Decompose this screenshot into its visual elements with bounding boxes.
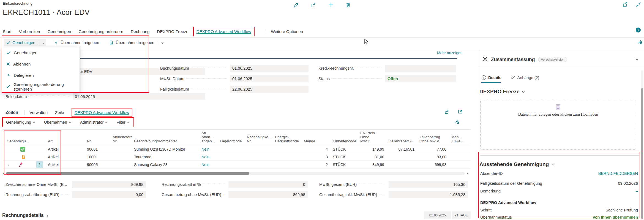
cell-artikelref[interactable] [109,161,130,169]
chevron-down-icon[interactable] [42,41,44,44]
col-beschreibung[interactable]: Beschreibung/Kommentar [130,130,198,145]
rabatt-prozent-field[interactable]: 0 [228,181,308,188]
cell-art[interactable]: Artikel [44,161,83,169]
cell-abo-link[interactable]: Nein [198,145,216,153]
cell-ek-preis[interactable]: 31,00 [356,153,385,161]
col-genehmigung[interactable]: Genehmigu... [3,130,44,145]
add-icon[interactable] [328,2,334,9]
cell-menge[interactable]: 3 [300,153,329,161]
cell-art[interactable]: Artikel [44,145,83,153]
cell-beschreibung[interactable]: Sumsing U23H1307D Monitor [130,145,198,153]
col-artikelreferenz[interactable]: Artikelrefere... Nr. [109,130,130,145]
action-uebernahmen[interactable]: Übernahmen [44,120,71,124]
mwst-datum-field[interactable]: 01.06.2025 [230,75,309,82]
menu-genehmigung-anfordern[interactable]: Genehmigung anfordern [78,29,123,34]
release-takeover-split-button[interactable]: Übernahme freigeben [107,39,165,46]
open-in-new-window-icon[interactable] [623,2,628,9]
share-icon[interactable] [444,109,449,115]
col-an-abo-angehaengt[interactable]: An Abon... angeh... [198,130,216,145]
cell-art[interactable]: Artikel [44,153,83,161]
cell-zeilenbetrag[interactable]: 93,00 [416,153,447,161]
col-lagerortcode[interactable]: Lagerortcode [216,130,243,145]
absender-value[interactable]: BERND.FEDDERSEN [598,171,638,176]
cell-artikelref[interactable] [109,153,130,161]
tab-zeile[interactable]: Zeile [55,110,64,115]
cell-beschreibung[interactable]: Tourenrad [130,153,198,161]
menu-vorbereiten[interactable]: Vorbereiten [19,29,40,34]
menu-item-ablehnen[interactable]: Ablehnen [2,58,80,70]
collapse-icon[interactable] [636,2,641,9]
cell-ek-preis[interactable]: 349,99 [356,161,385,169]
vertical-scrollbar[interactable] [641,70,643,220]
freeze-section-header[interactable]: DEXPRO Freeze [479,89,525,95]
cell-energie[interactable] [271,145,300,153]
file-dropzone[interactable]: Dateien hier ablegen oder klicken zum Ho… [480,100,636,150]
col-art[interactable]: Art [44,130,83,145]
cell-energie[interactable] [271,161,300,169]
rabattbetrag-field[interactable]: 0,00 [72,191,146,198]
cell-menge-zuweisung[interactable] [447,145,471,153]
table-row[interactable]: Artikel 90001 Sumsing U23H1307D Monitor … [3,145,471,153]
tab-anhaenge[interactable]: Anhänge (2) [511,75,539,80]
menu-weitere-optionen[interactable]: Weitere Optionen [271,29,303,34]
menu-item-genehmigungsanforderung-stornieren[interactable]: Genehmigungsanforderung stornieren [2,81,80,92]
unpin-icon[interactable] [454,119,459,125]
more-link[interactable]: Mehr anzeigen [437,51,463,55]
horizontal-scrollbar[interactable]: ◂ ▸ [3,172,468,175]
approve-split-button[interactable]: Genehmigen [4,39,46,46]
cell-nachhaltig[interactable] [243,153,271,161]
cell-menge[interactable]: 2 [300,161,329,169]
action-genehmigung[interactable]: Genehmigung [6,120,35,124]
scroll-left-icon[interactable]: ◂ [3,172,4,175]
release-takeover-button[interactable]: Übernahme freigeben [52,39,101,46]
cell-energie[interactable] [271,153,300,161]
menu-start[interactable]: Start [3,29,12,34]
belegdatum-field[interactable]: 01.06.2025 [73,93,205,100]
menu-dexpro-advanced-workflow[interactable]: DEXPRO Advanced Workflow [193,27,255,36]
cell-nr[interactable]: 90005 [83,161,109,169]
pending-section-header[interactable]: Ausstehende Genehmigung [479,161,554,167]
cell-menge[interactable]: 4 [300,145,329,153]
cell-zeilenrabatt[interactable] [385,161,416,169]
menu-dexpro-freeze[interactable]: DEXPRO Freeze [157,29,188,34]
cell-lagerort[interactable] [216,145,243,153]
cell-zeilenrabatt[interactable]: 87,16581 [385,145,416,153]
panel-splitter[interactable] [478,49,478,220]
menu-item-genehmigen[interactable]: Genehmigen [2,47,80,58]
edit-icon[interactable] [293,2,299,9]
info-icon[interactable]: i [636,28,641,32]
cell-ek-preis[interactable]: 149,99 [356,145,385,153]
scrollbar-thumb[interactable] [641,88,643,219]
rechnungsdetails-section[interactable]: Rechnungsdetails › [2,213,48,218]
cell-nachhaltig[interactable] [243,161,271,169]
cell-zeilenbetrag[interactable]: 699,98 [416,161,447,169]
chevron-down-icon[interactable] [161,41,163,44]
menu-rechnung[interactable]: Rechnung [131,29,149,34]
buchungsdatum-field[interactable]: 01.06.2025 [230,65,309,72]
col-menge-zuweisung[interactable]: Men... Zuwe... [447,130,471,145]
collapse-factbox-icon[interactable] [636,58,638,60]
cell-lagerort[interactable] [216,161,243,169]
cell-einheit[interactable]: STÜCK [329,161,356,169]
cell-nachhaltig[interactable] [243,145,271,153]
scrollbar-thumb[interactable] [6,172,249,175]
menu-item-delegieren[interactable]: Delegieren [2,70,80,81]
col-ek-preis[interactable]: EK-Preis Ohne MwSt. [356,130,385,145]
col-energie-herkunftscode[interactable]: Energie- Herkunftscode [271,130,300,145]
tab-details[interactable]: i Details [482,75,501,80]
share-icon[interactable] [311,2,316,9]
row-menu-button[interactable]: ⋮ [36,161,43,168]
bemerkung-value[interactable]: – [636,189,638,193]
cell-zeilenrabatt[interactable] [385,153,416,161]
cell-abo-link[interactable]: Nein [198,153,216,161]
menu-genehmigen[interactable]: Genehmigen [47,29,71,34]
col-nr[interactable]: Nr. [83,130,109,145]
cell-einheit[interactable]: STÜCK [329,153,356,161]
cell-artikelref[interactable] [109,145,130,153]
cell-lagerort[interactable] [216,153,243,161]
col-menge[interactable]: Menge [300,130,329,145]
cell-abo-link[interactable]: Nein [198,161,216,169]
col-zeilenbetrag[interactable]: Zeilenbetrag Ohne MwSt. [416,130,447,145]
cell-nr[interactable]: 1000 [83,153,109,161]
cell-nr[interactable]: 90001 [83,145,109,153]
